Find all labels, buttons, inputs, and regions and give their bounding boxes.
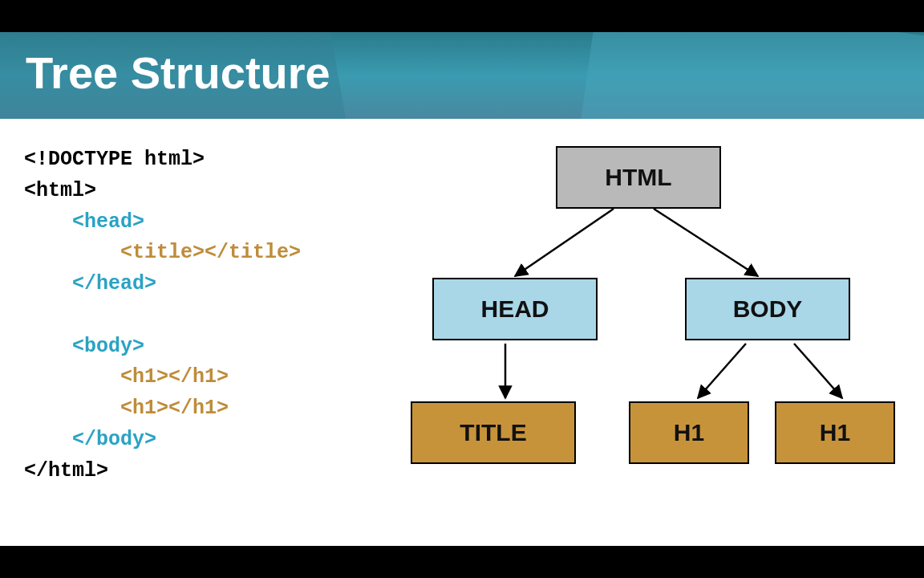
svg-line-3 (698, 344, 746, 398)
code-line-html-close: </html> (24, 459, 108, 482)
tree-node-html: HTML (556, 146, 721, 209)
tree-node-h1-b: H1 (775, 401, 895, 464)
slide-header: Tree Structure (0, 32, 924, 119)
code-line-h1-a: <h1></h1> (120, 365, 229, 389)
slide-content: <!DOCTYPE html> <html> <head> <title></t… (0, 119, 924, 546)
tree-diagram: HTML HEAD BODY TITLE H1 H1 (401, 133, 914, 535)
svg-line-0 (515, 209, 614, 276)
code-line-title: <title></title> (120, 241, 301, 264)
code-line-head-open: <head> (72, 210, 144, 234)
tree-node-head: HEAD (432, 278, 598, 340)
code-block: <!DOCTYPE html> <html> <head> <title></t… (24, 144, 301, 486)
tree-node-body: BODY (685, 278, 850, 340)
tree-node-title: TITLE (411, 401, 576, 464)
code-line-html-open: <html> (24, 179, 96, 202)
code-line-head-close: </head> (72, 272, 156, 295)
code-line-body-open: <body> (72, 335, 144, 358)
code-line-body-close: </body> (72, 428, 156, 451)
code-line-h1-b: <h1></h1> (120, 397, 229, 420)
svg-line-4 (794, 344, 842, 398)
svg-line-1 (654, 209, 758, 276)
tree-node-h1-a: H1 (629, 401, 749, 464)
slide-title: Tree Structure (0, 32, 924, 99)
slide: Tree Structure <!DOCTYPE html> <html> <h… (0, 32, 924, 546)
code-line-doctype: <!DOCTYPE html> (24, 148, 205, 171)
